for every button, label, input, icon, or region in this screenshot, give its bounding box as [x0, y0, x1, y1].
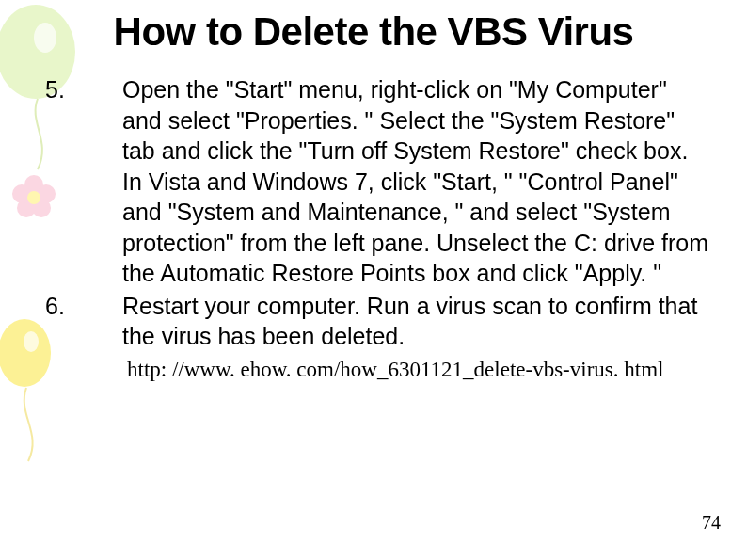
step-text: Restart your computer. Run a virus scan … [122, 291, 709, 352]
slide-title: How to Delete the VBS Virus [38, 9, 709, 54]
list-item: 5. Open the "Start" menu, right-click on… [38, 74, 709, 289]
page-number: 74 [702, 512, 721, 534]
step-text: Open the "Start" menu, right-click on "M… [122, 74, 709, 289]
step-number: 5. [38, 74, 122, 105]
source-url: http: //www. ehow. com/how_6301121_delet… [127, 358, 709, 382]
step-number: 6. [38, 291, 122, 322]
steps-list: 5. Open the "Start" menu, right-click on… [38, 74, 709, 352]
list-item: 6. Restart your computer. Run a virus sc… [38, 291, 709, 352]
